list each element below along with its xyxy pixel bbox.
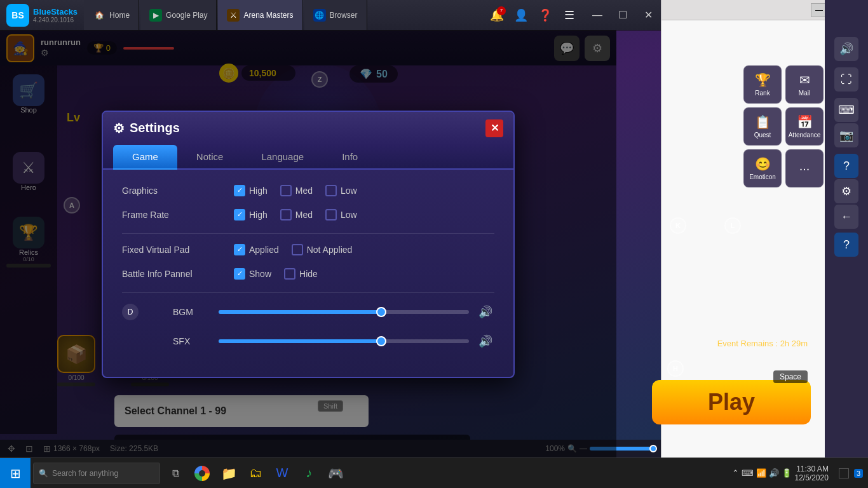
bs-screenshot-button[interactable]: 📷 — [834, 123, 858, 147]
taskbar-clock[interactable]: 11:30 AM 12/5/2020 — [794, 464, 833, 482]
applied-option[interactable]: Applied — [234, 244, 279, 255]
graphics-low-option[interactable]: Low — [325, 185, 357, 196]
sfx-slider[interactable] — [219, 339, 469, 343]
tab-notice-label: Notice — [196, 151, 224, 162]
applied-checkbox[interactable] — [234, 244, 245, 255]
bgm-thumb[interactable] — [376, 307, 386, 317]
tab-arena-label: Arena Masters — [243, 11, 293, 20]
tray-network[interactable]: 📶 — [756, 468, 766, 478]
space-hint: Space — [773, 370, 808, 383]
menu-icon[interactable]: ☰ — [559, 5, 580, 25]
notification-icon[interactable]: 🔔 7 — [487, 5, 507, 25]
sfx-thumb[interactable] — [376, 336, 386, 346]
taskbar: ⊞ 🔍 Search for anything ⧉ 📁 🗂 W ♪ 🎮 ⌃ ⌨ … — [0, 458, 868, 488]
app-name: BlueStacks — [33, 7, 78, 17]
bgm-slider[interactable] — [219, 310, 469, 314]
graphics-high-option[interactable]: High — [234, 185, 268, 196]
settings-gear-icon: ⚙ — [113, 121, 125, 136]
framerate-high-option[interactable]: High — [234, 209, 268, 220]
play-button[interactable]: Play — [652, 380, 811, 424]
fixed-virtual-pad-row: Fixed Virtual Pad Applied Not Applied — [122, 244, 494, 255]
tab-language[interactable]: Language — [242, 145, 323, 170]
show-checkbox[interactable] — [234, 268, 245, 280]
taskbar-apps: ⧉ 📁 🗂 W ♪ 🎮 — [163, 458, 727, 489]
more-icon: ··· — [799, 161, 810, 176]
rank-button[interactable]: 🏆 Rank — [743, 65, 782, 104]
settings-divider-1 — [122, 233, 494, 234]
hide-checkbox[interactable] — [284, 268, 295, 280]
graphics-low-checkbox[interactable] — [325, 185, 337, 196]
tab-home[interactable]: 🏠 Home — [84, 0, 139, 30]
taskbar-view-button[interactable]: ⧉ — [163, 458, 188, 489]
taskbar-spotify[interactable]: ♪ — [296, 458, 322, 489]
modal-tabs: Game Notice Language Info — [103, 145, 513, 170]
clock-time: 11:30 AM — [796, 464, 829, 473]
graphics-high-checkbox[interactable] — [234, 185, 245, 196]
show-option[interactable]: Show — [234, 268, 271, 280]
graphics-med-label: Med — [295, 186, 313, 196]
bgm-volume-icon[interactable]: 🔊 — [477, 303, 494, 321]
account-icon[interactable]: 👤 — [511, 5, 531, 25]
tab-game[interactable]: Game — [113, 145, 177, 170]
start-button[interactable]: ⊞ — [0, 458, 31, 489]
framerate-low-checkbox[interactable] — [325, 209, 337, 220]
bs-help-button[interactable]: ? — [834, 154, 858, 178]
taskbar-chrome[interactable] — [189, 458, 215, 489]
bs-keyboard-button[interactable]: ⌨ — [834, 98, 858, 122]
taskbar-word[interactable]: W — [269, 458, 295, 489]
more-button[interactable]: ··· — [785, 149, 824, 187]
framerate-low-option[interactable]: Low — [325, 209, 357, 220]
tab-google-play[interactable]: ▶ Google Play — [140, 0, 217, 30]
framerate-med-option[interactable]: Med — [280, 209, 313, 220]
bs-back-button[interactable]: ← — [834, 205, 858, 229]
modal-close-button[interactable]: ✕ — [485, 119, 503, 137]
attendance-button[interactable]: 📅 Attendance — [785, 107, 824, 146]
settings-title-text: Settings — [130, 121, 180, 135]
arena-icon: ⚔ — [227, 9, 240, 22]
sfx-volume-icon[interactable]: 🔊 — [477, 332, 494, 350]
battle-info-row: Battle Info Pannel Show Hide — [122, 268, 494, 280]
framerate-med-checkbox[interactable] — [280, 209, 292, 220]
bs-volume-button[interactable]: 🔊 — [834, 37, 858, 61]
close-button[interactable]: ✕ — [635, 0, 661, 30]
taskbar-search[interactable]: 🔍 Search for anything — [33, 463, 160, 484]
tab-browser[interactable]: 🌐 Browser — [304, 0, 367, 30]
help-icon[interactable]: ❓ — [535, 5, 555, 25]
bs-fullscreen-button[interactable]: ⛶ — [834, 67, 858, 92]
graphics-med-option[interactable]: Med — [280, 185, 313, 196]
not-applied-option[interactable]: Not Applied — [292, 244, 353, 255]
mail-button[interactable]: ✉ Mail — [785, 65, 824, 104]
hide-option[interactable]: Hide — [284, 268, 318, 280]
emoticon-button[interactable]: 😊 Emoticon — [743, 149, 782, 187]
framerate-high-checkbox[interactable] — [234, 209, 245, 220]
google-play-icon: ▶ — [149, 9, 162, 22]
rank-label: Rank — [755, 90, 770, 97]
taskbar-explorer[interactable]: 📁 — [216, 458, 241, 489]
graphics-label: Graphics — [122, 186, 224, 196]
bgm-row: D BGM 🔊 — [122, 303, 494, 321]
battle-info-options: Show Hide — [234, 268, 494, 280]
maximize-button[interactable]: ☐ — [610, 0, 635, 30]
tray-keyboard: ⌨ — [742, 468, 754, 478]
tab-notice[interactable]: Notice — [177, 145, 243, 170]
taskbar-app3[interactable]: 🗂 — [243, 458, 268, 489]
tray-volume[interactable]: 🔊 — [769, 468, 779, 478]
bgm-fill — [219, 310, 381, 314]
bs-settings-button[interactable]: ⚙ — [834, 179, 858, 203]
not-applied-checkbox[interactable] — [292, 244, 303, 255]
zoom-thumb[interactable] — [649, 445, 657, 452]
title-tabs: 🏠 Home ▶ Google Play ⚔ Arena Masters 🌐 B… — [84, 0, 482, 30]
tray-chevron[interactable]: ⌃ — [732, 468, 739, 478]
show-desktop-button[interactable] — [836, 458, 851, 489]
graphics-low-label: Low — [341, 186, 357, 196]
tab-arena-masters[interactable]: ⚔ Arena Masters — [218, 0, 302, 30]
emoticon-icon: 😊 — [755, 156, 771, 172]
graphics-med-checkbox[interactable] — [280, 185, 292, 196]
bs-help2-button[interactable]: ? — [834, 233, 858, 257]
quest-button[interactable]: 📋 Quest — [743, 107, 782, 146]
taskbar-app5[interactable]: 🎮 — [323, 458, 348, 489]
tab-browser-label: Browser — [330, 11, 358, 20]
sfx-fill — [219, 339, 381, 343]
tab-info[interactable]: Info — [323, 145, 377, 170]
minimize-button[interactable]: — — [585, 0, 610, 30]
